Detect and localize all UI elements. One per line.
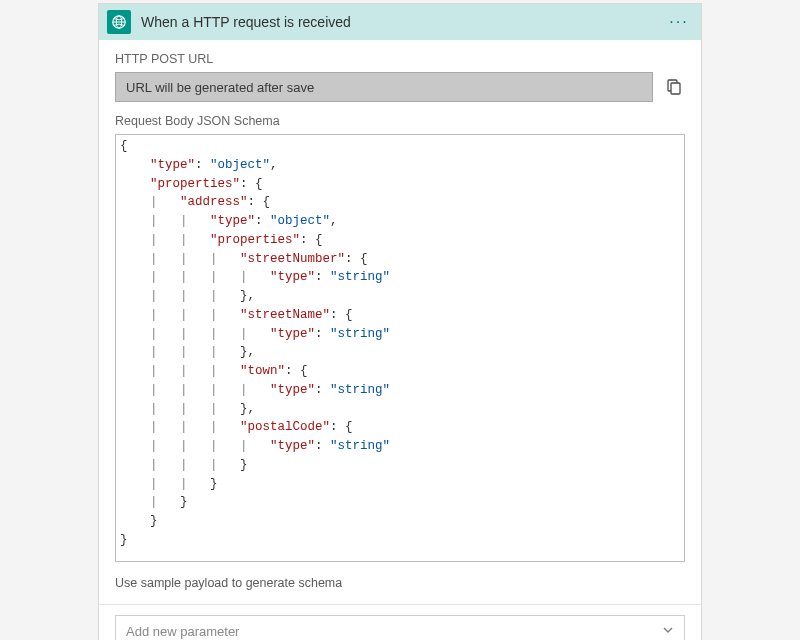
post-url-label: HTTP POST URL (115, 52, 685, 66)
http-request-icon (107, 10, 131, 34)
ellipsis-icon: ··· (669, 14, 688, 30)
use-sample-payload-link[interactable]: Use sample payload to generate schema (115, 576, 685, 590)
add-parameter-dropdown[interactable]: Add new parameter (115, 615, 685, 640)
post-url-field: URL will be generated after save (115, 72, 653, 102)
add-parameter-label: Add new parameter (126, 624, 239, 639)
schema-label: Request Body JSON Schema (115, 114, 685, 128)
card-menu-button[interactable]: ··· (665, 8, 693, 36)
card-header[interactable]: When a HTTP request is received ··· (99, 4, 701, 40)
copy-icon (665, 78, 683, 96)
svg-rect-4 (671, 83, 680, 94)
post-url-row: URL will be generated after save (115, 72, 685, 102)
trigger-card: When a HTTP request is received ··· HTTP… (98, 3, 702, 640)
separator (99, 604, 701, 605)
card-body: HTTP POST URL URL will be generated afte… (99, 40, 701, 640)
post-url-value: URL will be generated after save (126, 80, 314, 95)
chevron-down-icon (662, 624, 674, 639)
copy-url-button[interactable] (663, 76, 685, 98)
schema-editor[interactable]: { "type": "object", "properties": { | "a… (115, 134, 685, 562)
card-title: When a HTTP request is received (131, 14, 665, 30)
